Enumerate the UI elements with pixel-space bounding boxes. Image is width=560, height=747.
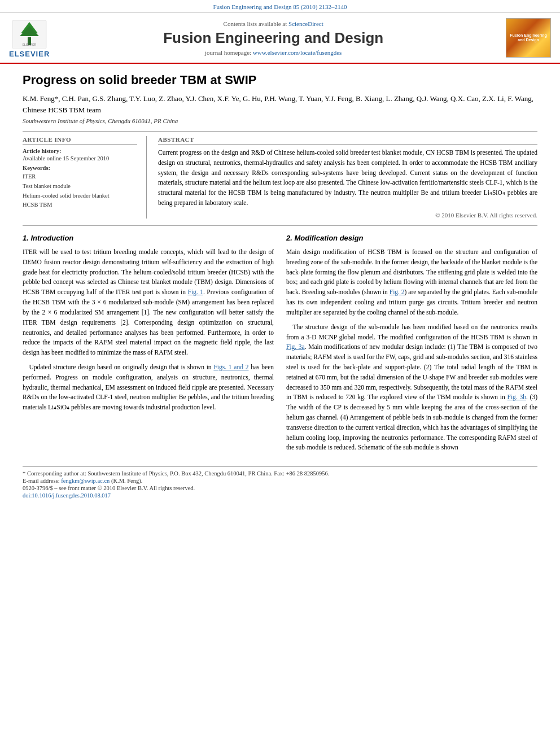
- body-left-column: 1. Introduction ITER will be used to tes…: [23, 233, 274, 457]
- affiliation: Southwestern Institute of Physics, Cheng…: [23, 117, 537, 124]
- email-link[interactable]: fengkm@swip.ac.cn: [61, 478, 110, 484]
- keywords-label: Keywords:: [23, 165, 137, 171]
- doi-link[interactable]: doi:10.1016/j.fusengdes.2010.08.017: [23, 492, 111, 499]
- article-info-column: ARTICLE INFO Article history: Available …: [23, 136, 147, 219]
- history-label: Article history:: [23, 148, 137, 154]
- citation-text: Fusion Engineering and Design 85 (2010) …: [213, 3, 347, 10]
- fig1-link[interactable]: Fig. 1: [187, 289, 203, 295]
- journal-header: ELSEVIER ELSEVIER Contents lists availab…: [0, 13, 560, 64]
- keyword-hcsb-tbm: HCSB TBM: [23, 200, 137, 210]
- footnote-area: * Corresponding author at: Southwestern …: [23, 466, 537, 499]
- abstract-heading: ABSTRACT: [158, 136, 537, 145]
- svg-text:ELSEVIER: ELSEVIER: [23, 43, 37, 46]
- footnote-email: E-mail address: fengkm@swip.ac.cn (K.M. …: [23, 478, 537, 484]
- contents-available-line: Contents lists available at ScienceDirec…: [50, 20, 497, 27]
- available-online: Available online 15 September 2010: [23, 155, 137, 161]
- authors-line: K.M. Feng*, C.H. Pan, G.S. Zhang, T.Y. L…: [23, 93, 537, 115]
- keyword-iter: ITER: [23, 172, 137, 182]
- citation-bar: Fusion Engineering and Design 85 (2010) …: [0, 0, 560, 13]
- abstract-text: Current progress on the design and R&D o…: [158, 148, 537, 208]
- section2-title: 2. Modification design: [286, 233, 537, 244]
- copyright-line: © 2010 Elsevier B.V. All rights reserved…: [158, 212, 537, 219]
- elsevier-tree-icon: ELSEVIER: [10, 18, 49, 49]
- cover-title: Fusion Engineering and Design: [510, 33, 546, 43]
- article-title: Progress on solid breeder TBM at SWIP: [23, 73, 537, 88]
- figs12-link[interactable]: Figs. 1 and 2: [213, 364, 248, 370]
- elsevier-logo: ELSEVIER ELSEVIER: [9, 18, 50, 58]
- journal-cover-image: Fusion Engineering and Design: [506, 18, 551, 58]
- section1-para1: ITER will be used to test tritium breedi…: [23, 247, 274, 358]
- section2-para1: Main design modification of HCSB TBM is …: [286, 247, 537, 318]
- journal-homepage: journal homepage: www.elsevier.com/locat…: [50, 49, 497, 56]
- article-content: Progress on solid breeder TBM at SWIP K.…: [0, 64, 560, 509]
- footnote-corresponding: * Corresponding author at: Southwestern …: [23, 470, 537, 477]
- abstract-column: ABSTRACT Current progress on the design …: [158, 136, 537, 219]
- section1-title: 1. Introduction: [23, 233, 274, 244]
- section2-para2: The structure design of the sub-module h…: [286, 322, 537, 453]
- journal-title-block: Contents lists available at ScienceDirec…: [50, 20, 497, 56]
- article-info-heading: ARTICLE INFO: [23, 136, 137, 145]
- keyword-tbm: Test blanket module: [23, 182, 137, 191]
- footnote-issn: 0920-3796/$ – see front matter © 2010 El…: [23, 485, 537, 491]
- journal-name: Fusion Engineering and Design: [50, 29, 497, 47]
- fig2-link[interactable]: Fig. 2: [390, 289, 405, 295]
- sciencedirect-link[interactable]: ScienceDirect: [288, 20, 323, 27]
- elsevier-wordmark: ELSEVIER: [9, 50, 50, 58]
- footnote-doi: doi:10.1016/j.fusengdes.2010.08.017: [23, 492, 537, 499]
- info-abstract-section: ARTICLE INFO Article history: Available …: [23, 131, 537, 219]
- keyword-hcsb: Helium-cooled solid breeder blanket: [23, 191, 137, 201]
- section1-para2: Updated structure design based on origin…: [23, 362, 274, 413]
- fig3a-link[interactable]: Fig. 3a: [286, 343, 305, 350]
- journal-homepage-link[interactable]: www.elsevier.com/locate/fusengdes: [253, 49, 342, 56]
- body-divider: [23, 225, 537, 226]
- body-right-column: 2. Modification design Main design modif…: [286, 233, 537, 457]
- keywords-list: ITER Test blanket module Helium-cooled s…: [23, 172, 137, 210]
- body-two-column: 1. Introduction ITER will be used to tes…: [23, 233, 537, 457]
- fig3b-link[interactable]: Fig. 3b: [508, 394, 526, 400]
